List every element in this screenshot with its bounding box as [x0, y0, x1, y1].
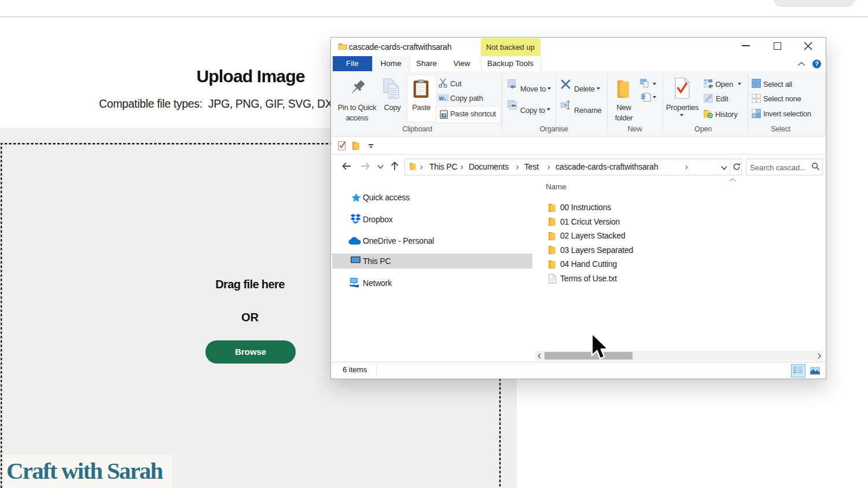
svg-text:W..: W.. — [439, 96, 447, 101]
